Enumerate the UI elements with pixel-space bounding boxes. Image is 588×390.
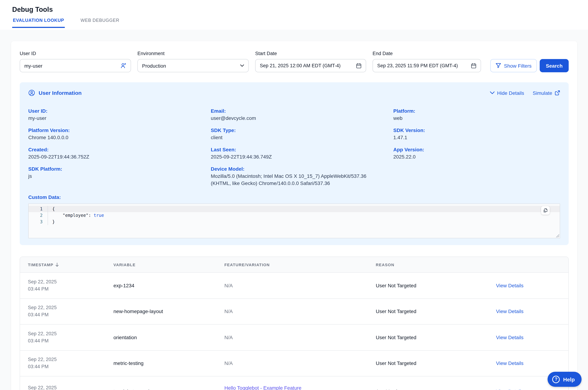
user-info-column-2: Email: user@devcycle.com SDK Type: clien… <box>211 107 393 192</box>
col-header-feature-variation[interactable]: FEATURE/VARIATION <box>224 262 376 267</box>
view-details-link[interactable]: View Details <box>496 309 568 314</box>
feature-cell: N/A <box>224 283 376 288</box>
user-information-title: User Information <box>39 90 82 96</box>
help-button[interactable]: ? Help <box>548 372 582 387</box>
table-row: Sep 22, 202503:44 PM metric-testing N/A … <box>20 350 568 376</box>
resize-grip[interactable] <box>556 234 559 238</box>
variable-cell: metric-testing <box>113 360 224 366</box>
user-info-grid: User ID: my-user Platform Version: Chrom… <box>28 107 560 192</box>
hide-details-label: Hide Details <box>497 90 524 96</box>
question-mark-icon: ? <box>552 376 560 383</box>
timestamp-cell: Sep 22, 202503:44 PM <box>28 330 113 344</box>
info-platform: Platform: web <box>393 107 560 122</box>
info-sdk-type: SDK Type: client <box>211 127 393 141</box>
hide-details-button[interactable]: Hide Details <box>490 90 524 96</box>
search-button[interactable]: Search <box>540 59 569 72</box>
environment-value: Production <box>142 63 240 68</box>
help-label: Help <box>563 376 575 382</box>
page-title: Debug Tools <box>12 6 588 14</box>
variable-cell: togglebot-speed <box>113 389 224 390</box>
info-app-version: App Version: 2025.22.0 <box>393 146 560 160</box>
user-info-column-3: Platform: web SDK Version: 1.47.1 App Ve… <box>393 107 560 192</box>
col-header-variable[interactable]: VARIABLE <box>113 262 224 267</box>
timestamp-cell: Sep 22, 202503:44 PM <box>28 356 113 371</box>
table-row: Sep 22, 202503:44 PM new-homepage-layout… <box>20 298 568 325</box>
start-date-label: Start Date <box>255 50 366 57</box>
timestamp-cell: Sep 22, 202503:44 PM <box>28 304 113 319</box>
custom-data-editor[interactable]: 1 { 2 "employee": true 3 } <box>28 204 560 238</box>
environment-select[interactable]: Production <box>138 59 249 72</box>
info-created: Created: 2025-09-22T19:44:36.752Z <box>28 146 211 160</box>
external-link-icon <box>555 90 560 96</box>
table-row: Sep 22, 202503:44 PM orientation N/A Use… <box>20 325 568 350</box>
user-id-field-box <box>20 59 131 72</box>
variable-cell: orientation <box>113 335 224 340</box>
simulate-label: Simulate <box>533 90 552 96</box>
feature-cell: N/A <box>224 309 376 314</box>
info-email: Email: user@devcycle.com <box>211 107 393 122</box>
timestamp-cell: Sep 22, 202503:44 PM <box>28 278 113 293</box>
view-details-link[interactable]: View Details <box>496 335 568 340</box>
filter-bar: User ID Environment Production <box>20 50 569 72</box>
user-circle-icon <box>28 90 35 96</box>
show-filters-button[interactable]: Show Filters <box>490 59 537 72</box>
code-line: 1 { <box>29 206 560 212</box>
show-filters-label: Show Filters <box>504 63 532 68</box>
custom-data-label: Custom Data: <box>28 194 560 201</box>
user-id-label: User ID <box>20 50 131 57</box>
evaluation-lookup-card: User ID Environment Production <box>11 41 577 390</box>
view-details-link[interactable]: View Details <box>496 283 568 288</box>
table-row: Sep 22, 202503:44 PM exp-1234 N/A User N… <box>20 273 568 298</box>
start-date-input[interactable] <box>260 63 356 68</box>
table-row: Sep 22, 202503:44 PM togglebot-speed Hel… <box>20 376 568 390</box>
copy-button[interactable] <box>541 206 550 215</box>
col-header-timestamp[interactable]: TIMESTAMP <box>28 262 113 267</box>
reason-cell: User Not Targeted <box>376 360 496 366</box>
environment-label: Environment <box>138 50 249 57</box>
info-platform-version: Platform Version: Chrome 140.0.0.0 <box>28 127 211 141</box>
chevron-down-icon <box>490 91 494 95</box>
end-date-label: End Date <box>373 50 481 57</box>
chevron-down-icon <box>240 64 244 67</box>
view-details-link[interactable]: View Details <box>496 389 568 390</box>
view-details-link[interactable]: View Details <box>496 360 568 366</box>
end-date-field-box <box>373 59 481 72</box>
feature-link[interactable]: Hello Togglebot - Example Feature <box>224 385 301 390</box>
variable-cell: exp-1234 <box>113 283 224 288</box>
feature-cell: N/A <box>224 335 376 340</box>
filter-funnel-icon <box>496 63 501 68</box>
reason-cell: User Not Targeted <box>376 335 496 340</box>
feature-cell: N/A <box>224 360 376 366</box>
timestamp-cell: Sep 22, 202503:44 PM <box>28 384 113 390</box>
start-date-field-box <box>255 59 366 72</box>
sort-descending-icon <box>55 262 59 267</box>
code-line: 2 "employee": true <box>29 212 560 219</box>
variable-cell: new-homepage-layout <box>113 309 224 314</box>
copy-icon <box>543 208 548 213</box>
calendar-icon[interactable] <box>356 63 361 68</box>
user-information-panel: User Information Hide Details Simulate <box>20 82 569 245</box>
code-line: 3 } <box>29 219 560 225</box>
table-body: Sep 22, 202503:44 PM exp-1234 N/A User N… <box>20 273 568 390</box>
user-info-column-1: User ID: my-user Platform Version: Chrom… <box>28 107 211 192</box>
search-label: Search <box>546 63 563 68</box>
person-add-icon[interactable] <box>120 63 126 69</box>
calendar-icon[interactable] <box>471 63 476 68</box>
evaluations-table: TIMESTAMP VARIABLE FEATURE/VARIATION REA… <box>20 256 569 390</box>
col-header-reason[interactable]: REASON <box>376 262 496 267</box>
end-date-input[interactable] <box>377 63 471 68</box>
tab-evaluation-lookup[interactable]: EVALUATION LOOKUP <box>12 18 65 28</box>
info-sdk-version: SDK Version: 1.47.1 <box>393 127 560 141</box>
tab-bar: EVALUATION LOOKUP WEB DEBUGGER <box>12 18 588 28</box>
info-sdk-platform: SDK Platform: js <box>28 165 211 180</box>
info-user-id: User ID: my-user <box>28 107 211 122</box>
user-id-input[interactable] <box>24 63 120 68</box>
reason-cell: User Not Targeted <box>376 283 496 288</box>
info-device-model: Device Model: Mozilla/5.0 (Macintosh; In… <box>211 165 393 187</box>
simulate-button[interactable]: Simulate <box>533 90 560 96</box>
tab-web-debugger[interactable]: WEB DEBUGGER <box>80 18 120 28</box>
table-header-row: TIMESTAMP VARIABLE FEATURE/VARIATION REA… <box>20 257 568 273</box>
info-last-seen: Last Seen: 2025-09-22T19:44:36.749Z <box>211 146 393 160</box>
reason-cell: User Not Targeted <box>376 309 496 314</box>
page-header: Debug Tools EVALUATION LOOKUP WEB DEBUGG… <box>0 0 588 30</box>
